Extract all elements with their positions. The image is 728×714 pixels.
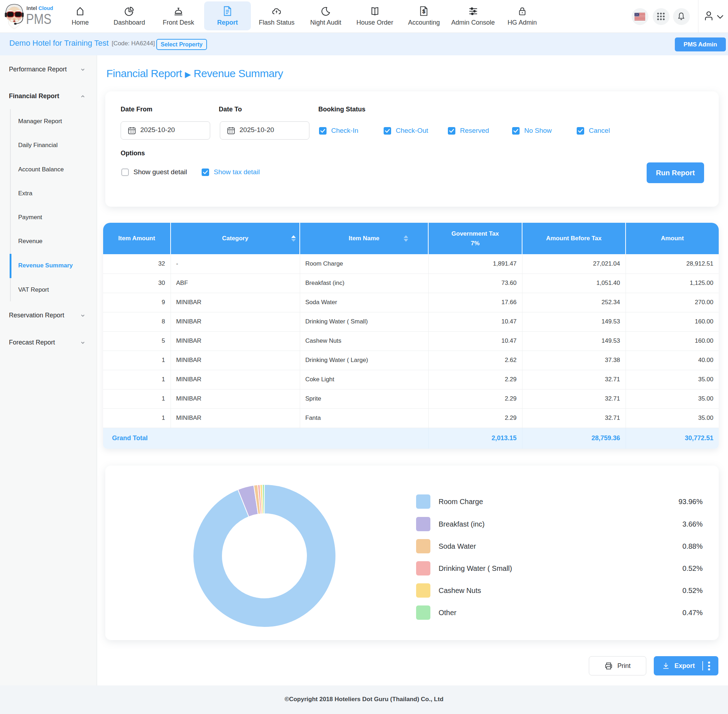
svg-text:$: $ xyxy=(422,9,425,14)
